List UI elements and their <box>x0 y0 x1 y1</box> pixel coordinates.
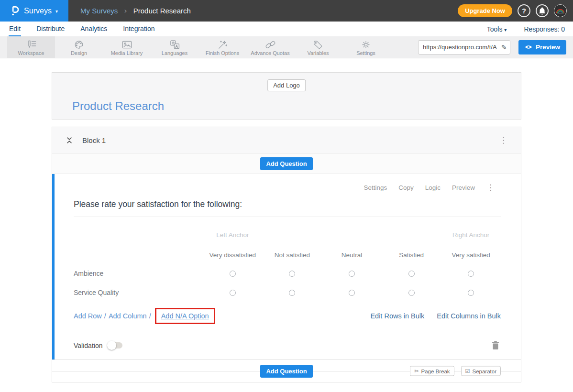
toolbar-items: WorkspaceDesignMedia LibraryLanguagesFin… <box>7 36 390 58</box>
toolbar-item-label: Variables <box>307 50 329 56</box>
radio-cell <box>263 290 322 296</box>
tab-integration[interactable]: Integration <box>122 22 155 36</box>
upgrade-now-button[interactable]: Upgrade Now <box>458 4 512 17</box>
checkbox-icon: ☑ <box>465 368 470 374</box>
toolbar-item-workspace[interactable]: Workspace <box>7 36 55 58</box>
tab-analytics[interactable]: Analytics <box>80 22 108 36</box>
bell-icon <box>539 7 546 15</box>
radio-cell <box>322 290 382 296</box>
link-separator: / <box>104 312 106 320</box>
annotation-highlight-box: Add N/A Option <box>155 308 215 324</box>
matrix-column-header[interactable]: Not satisfied <box>263 251 322 259</box>
add-row-link[interactable]: Add Row <box>74 312 102 320</box>
radio-button[interactable] <box>230 271 236 277</box>
radio-cell <box>263 271 322 277</box>
radio-button[interactable] <box>349 271 355 277</box>
toolbar-item-media-library[interactable]: Media Library <box>103 36 151 58</box>
block-menu-icon[interactable]: ⋮ <box>499 136 507 144</box>
palette-icon <box>74 39 84 50</box>
radio-cell <box>382 271 441 277</box>
separator-button[interactable]: ☑ Separator <box>461 366 501 376</box>
matrix-table: Left AnchorRight AnchorVery dissatisfied… <box>74 224 501 302</box>
radio-button[interactable] <box>468 290 474 296</box>
tab-edit[interactable]: Edit <box>9 22 21 36</box>
survey-url-value: https://questionpro.com/t/A <box>419 44 498 51</box>
toolbar-item-languages[interactable]: Languages <box>151 36 198 58</box>
survey-url-field[interactable]: https://questionpro.com/t/A ✎ <box>418 40 510 54</box>
collapse-block-icon[interactable] <box>66 137 73 144</box>
toolbar-item-settings[interactable]: Settings <box>342 36 390 58</box>
add-question-button-top[interactable]: Add Question <box>260 157 312 170</box>
matrix-column-header[interactable]: Very satisfied <box>441 251 501 259</box>
toolbar-item-advance-quotas[interactable]: Advance Quotas <box>246 36 294 58</box>
question-text[interactable]: Please rate your satisfaction for the fo… <box>74 199 501 217</box>
toolbar-item-design[interactable]: Design <box>55 36 103 58</box>
chevron-down-icon: ▾ <box>55 9 58 14</box>
question-card: SettingsCopyLogicPreview⋮ Please rate yo… <box>52 174 521 359</box>
question-copy-button[interactable]: Copy <box>398 184 414 191</box>
translate-icon <box>169 39 180 50</box>
radio-button[interactable] <box>349 290 355 296</box>
preview-button[interactable]: Preview <box>518 40 566 54</box>
questionpro-logo-icon <box>11 5 20 17</box>
tools-menu[interactable]: Tools ▾ <box>487 25 507 33</box>
add-logo-button[interactable]: Add Logo <box>267 79 306 91</box>
question-settings-button[interactable]: Settings <box>364 184 387 191</box>
breadcrumb: My Surveys › Product Research <box>80 6 191 15</box>
radio-button[interactable] <box>289 271 295 277</box>
delete-question-icon[interactable] <box>492 341 499 350</box>
edit-rows-in-bulk-link[interactable]: Edit Rows in Bulk <box>370 312 424 320</box>
matrix-row-label[interactable]: Service Quality <box>74 289 203 296</box>
radio-button[interactable] <box>408 290 415 296</box>
radio-button[interactable] <box>468 271 474 277</box>
responses-count[interactable]: Responses: 0 <box>524 25 565 33</box>
radio-cell <box>441 290 501 296</box>
matrix-links-row: Add Row / Add Column / Add N/A Option Ed… <box>74 306 501 326</box>
question-menu-icon[interactable]: ⋮ <box>486 184 495 192</box>
workspace-icon <box>25 39 37 50</box>
image-icon <box>121 39 132 50</box>
toolbar-item-label: Languages <box>162 50 187 56</box>
right-anchor-field[interactable]: Right Anchor <box>441 231 501 239</box>
breadcrumb-separator-icon: › <box>124 6 127 15</box>
toolbar-item-variables[interactable]: Variables <box>294 36 342 58</box>
add-na-option-link[interactable]: Add N/A Option <box>161 312 209 320</box>
radio-button[interactable] <box>408 271 415 277</box>
top-header: Surveys ▾ My Surveys › Product Research … <box>0 0 573 22</box>
radio-button[interactable] <box>230 290 236 296</box>
survey-title[interactable]: Product Research <box>72 99 164 113</box>
tab-distribute[interactable]: Distribute <box>36 22 65 36</box>
validation-toggle[interactable] <box>108 342 122 348</box>
breadcrumb-my-surveys[interactable]: My Surveys <box>80 7 118 15</box>
toolbar-item-label: Workspace <box>18 50 44 56</box>
breadcrumb-current-page: Product Research <box>133 7 191 15</box>
matrix-column-header[interactable]: Satisfied <box>382 251 441 259</box>
page-break-button[interactable]: ✂ Page Break <box>410 366 454 376</box>
matrix-row-label[interactable]: Ambience <box>74 270 203 277</box>
toolbar-item-label: Finish Options <box>206 50 239 56</box>
surveys-product-menu[interactable]: Surveys ▾ <box>0 0 68 22</box>
avatar[interactable] <box>554 4 567 17</box>
toolbar-item-label: Design <box>71 50 87 56</box>
survey-nav: EditDistributeAnalyticsIntegration Tools… <box>0 22 573 36</box>
matrix-row: Service Quality <box>74 283 501 302</box>
scissors-icon: ✂ <box>414 368 419 374</box>
radio-button[interactable] <box>289 290 295 296</box>
add-column-link[interactable]: Add Column <box>109 312 147 320</box>
matrix-column-header[interactable]: Very dissatisfied <box>203 251 263 259</box>
matrix-column-header[interactable]: Neutral <box>322 251 382 259</box>
question-preview-button[interactable]: Preview <box>452 184 475 191</box>
left-anchor-field[interactable]: Left Anchor <box>203 231 263 239</box>
edit-url-icon[interactable]: ✎ <box>498 44 510 51</box>
question-logic-button[interactable]: Logic <box>425 184 441 191</box>
add-question-button-bottom[interactable]: Add Question <box>260 365 312 378</box>
block-title[interactable]: Block 1 <box>82 136 106 144</box>
edit-columns-in-bulk-link[interactable]: Edit Columns in Bulk <box>437 312 501 320</box>
help-button[interactable]: ? <box>518 4 530 17</box>
column-header-row: Very dissatisfiedNot satisfiedNeutralSat… <box>74 246 501 264</box>
notifications-button[interactable] <box>536 4 549 17</box>
chevron-down-icon: ▾ <box>504 27 507 33</box>
chain-links-icon <box>265 39 276 50</box>
toolbar-item-finish-options[interactable]: Finish Options <box>198 36 246 58</box>
anchor-row: Left AnchorRight Anchor <box>74 224 501 246</box>
